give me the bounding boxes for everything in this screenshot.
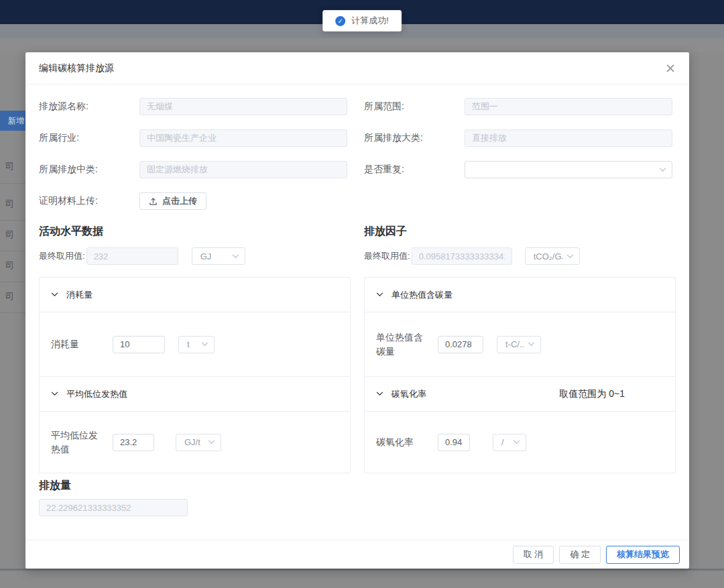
chevron-down-icon xyxy=(201,342,208,347)
basic-info-form: 排放源名称: 所属范围: 所属行业: 所属排放大类: 所属排放中类: 是否重复: xyxy=(39,98,676,210)
preview-result-button[interactable]: 核算结果预览 xyxy=(606,546,680,564)
factor-unit-value: tCO₂/GJ xyxy=(534,251,562,261)
activity-unit-value: GJ xyxy=(200,251,228,261)
carbon-content-unit-select[interactable]: t-C/... xyxy=(497,336,541,353)
source-name-input xyxy=(139,98,347,115)
confirm-button[interactable]: 确 定 xyxy=(559,546,601,564)
heating-value-panel-title: 平均低位发热值 xyxy=(66,388,127,400)
upload-button-label: 点击上传 xyxy=(162,195,197,207)
dimmed-page-subheader xyxy=(0,38,724,52)
chevron-down-icon xyxy=(659,168,666,172)
background-row-divider xyxy=(0,220,25,221)
consumption-panel-header[interactable]: 消耗量 xyxy=(40,278,350,312)
background-row-divider xyxy=(0,183,25,184)
scope-label: 所属范围: xyxy=(364,101,465,113)
chevron-down-icon xyxy=(528,342,535,347)
success-check-icon: ✓ xyxy=(335,16,345,26)
consumption-panel-title: 消耗量 xyxy=(66,289,93,301)
heating-value-input[interactable] xyxy=(113,434,154,451)
mid-category-label: 所属排放中类: xyxy=(39,164,139,176)
scope-input xyxy=(465,98,672,115)
is-duplicate-label: 是否重复: xyxy=(364,164,465,176)
oxidation-rate-label: 碳氧化率 xyxy=(376,435,427,449)
source-name-label: 排放源名称: xyxy=(39,101,139,113)
chevron-down-icon xyxy=(232,254,239,259)
carbon-content-input[interactable] xyxy=(438,336,483,353)
upload-label: 证明材料上传: xyxy=(39,195,139,207)
collapse-arrow-icon xyxy=(376,392,383,396)
success-toast: ✓ 计算成功! xyxy=(322,10,402,32)
is-duplicate-select[interactable] xyxy=(465,161,672,178)
heating-value-unit-value: GJ/t xyxy=(184,437,204,447)
collapse-arrow-icon xyxy=(376,292,383,297)
dimmed-page-divider xyxy=(0,569,724,571)
consumption-input[interactable] xyxy=(113,336,165,353)
collapse-arrow-icon xyxy=(51,392,58,396)
background-table-row: 司 xyxy=(5,198,14,210)
carbon-content-panel-title: 单位热值含碳量 xyxy=(391,289,452,301)
emission-amount-title: 排放量 xyxy=(39,479,676,493)
carbon-content-panel-header[interactable]: 单位热值含碳量 xyxy=(365,278,675,312)
major-category-label: 所属排放大类: xyxy=(364,132,465,144)
upload-icon xyxy=(149,197,158,206)
activity-final-input xyxy=(86,247,178,265)
background-table-row: 司 xyxy=(5,160,14,172)
background-row-divider xyxy=(0,312,25,313)
industry-input xyxy=(139,129,347,147)
background-table-row: 司 xyxy=(5,290,14,302)
consumption-unit-select[interactable]: t xyxy=(178,336,215,353)
major-category-input xyxy=(465,129,672,147)
upload-button[interactable]: 点击上传 xyxy=(139,192,206,210)
chevron-down-icon xyxy=(208,440,215,445)
activity-final-label: 最终取用值: xyxy=(39,250,85,262)
activity-unit-select[interactable]: GJ xyxy=(192,247,245,265)
background-add-button: 新增 xyxy=(0,111,25,131)
factor-final-label: 最终取用值: xyxy=(364,250,410,262)
oxidation-rate-input[interactable] xyxy=(438,434,470,451)
background-table-row: 司 xyxy=(5,259,14,272)
collapse-arrow-icon xyxy=(51,292,58,297)
chevron-down-icon xyxy=(566,254,574,259)
emission-amount-input xyxy=(39,499,188,516)
emission-factor-section: 排放因子 最终取用值: tCO₂/GJ xyxy=(364,225,676,473)
edit-emission-source-dialog: 编辑碳核算排放源 × 排放源名称: 所属范围: 所属行业: 所属排放大类: xyxy=(25,52,689,569)
heating-value-unit-select[interactable]: GJ/t xyxy=(176,434,221,451)
heating-value-label: 平均低位发热值 xyxy=(51,428,102,457)
oxidation-rate-unit-select[interactable]: / xyxy=(493,434,526,451)
factor-section-title: 排放因子 xyxy=(364,225,676,239)
factor-unit-select[interactable]: tCO₂/GJ xyxy=(525,247,580,265)
oxidation-rate-range-note: 取值范围为 0~1 xyxy=(559,388,625,400)
carbon-content-unit-value: t-C/... xyxy=(505,339,524,349)
chevron-down-icon xyxy=(513,440,520,445)
dialog-footer: 取 消 确 定 核算结果预览 xyxy=(25,540,689,569)
oxidation-rate-panel-title: 碳氧化率 xyxy=(391,388,426,400)
mid-category-input xyxy=(139,161,347,178)
factor-final-input xyxy=(412,247,512,265)
dialog-header: 编辑碳核算排放源 × xyxy=(25,52,689,84)
dialog-title: 编辑碳核算排放源 xyxy=(39,62,114,74)
background-table-row: 司 xyxy=(5,229,14,241)
activity-collapse: 消耗量 消耗量 t xyxy=(39,277,351,473)
factor-collapse: 单位热值含碳量 单位热值含碳量 t-C/... xyxy=(364,277,676,473)
carbon-content-label: 单位热值含碳量 xyxy=(376,331,427,359)
consumption-label: 消耗量 xyxy=(51,337,102,351)
oxidation-rate-panel-header[interactable]: 碳氧化率 取值范围为 0~1 xyxy=(365,377,675,412)
background-row-divider xyxy=(0,251,25,251)
oxidation-rate-unit-value: / xyxy=(501,437,509,447)
activity-section-title: 活动水平数据 xyxy=(39,225,351,239)
background-row-divider xyxy=(0,282,25,282)
cancel-button[interactable]: 取 消 xyxy=(513,546,554,564)
consumption-unit-value: t xyxy=(187,339,197,349)
close-icon[interactable]: × xyxy=(665,62,676,74)
activity-data-section: 活动水平数据 最终取用值: GJ xyxy=(39,225,351,473)
industry-label: 所属行业: xyxy=(39,132,139,144)
toast-message: 计算成功! xyxy=(351,15,389,27)
heating-value-panel-header[interactable]: 平均低位发热值 xyxy=(40,377,350,412)
